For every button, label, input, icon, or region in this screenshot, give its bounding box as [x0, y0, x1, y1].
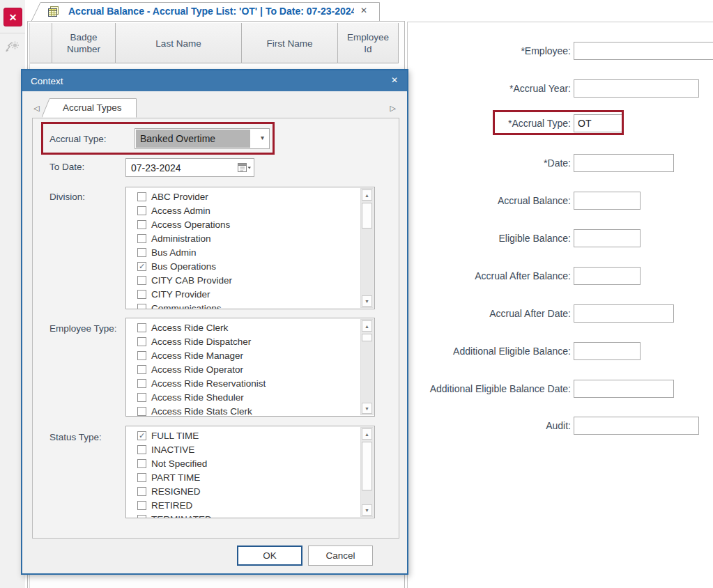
grid-column-header[interactable] [29, 23, 52, 63]
form-field-input[interactable] [574, 267, 641, 285]
checkbox[interactable] [137, 393, 146, 402]
checkbox-list-item[interactable]: Bus Admin [126, 245, 374, 259]
checkbox-list-item[interactable]: INACTIVE [126, 442, 374, 456]
document-tab[interactable]: Accrual Balance - Accrual Type List: 'OT… [31, 1, 381, 22]
checkbox[interactable] [137, 407, 146, 416]
form-field-input[interactable] [574, 304, 674, 323]
checkbox[interactable] [137, 304, 146, 310]
checkbox-list-item[interactable]: Access Ride Dispatcher [126, 334, 374, 348]
tab-accrual-types[interactable]: Accrual Types [42, 98, 137, 118]
checkbox-label: CITY Provider [151, 289, 210, 300]
form-field-input[interactable] [574, 192, 641, 210]
checkbox[interactable] [137, 276, 146, 285]
grid-column-header[interactable]: Last Name [116, 23, 242, 63]
scrollbar-thumb[interactable] [362, 442, 372, 490]
scroll-down-icon[interactable]: ▼ [362, 403, 372, 414]
checkbox-list-item[interactable]: Access Ride Sheduler [126, 390, 374, 404]
checkbox-label: Access Operations [151, 219, 230, 230]
checkbox[interactable] [137, 473, 146, 482]
checkbox-label: PART TIME [151, 472, 200, 483]
checkbox-list-item[interactable]: PART TIME [126, 470, 374, 484]
form-field-label: Accrual Balance: [408, 192, 571, 210]
checkbox[interactable] [137, 501, 146, 510]
grid-column-header[interactable]: First Name [242, 23, 338, 63]
checkbox-list-item[interactable]: ✓ Bus Operations [126, 259, 374, 273]
scroll-up-icon[interactable]: ▲ [362, 189, 372, 201]
checkbox-list-item[interactable]: Access Ride Stats Clerk [126, 404, 374, 417]
form-field-input[interactable] [574, 342, 641, 360]
grid-column-header[interactable]: Badge Number [52, 23, 116, 63]
scrollbar[interactable]: ▲▼ [360, 188, 374, 308]
form-field-input[interactable] [574, 79, 699, 98]
calendar-picker-icon[interactable] [238, 162, 252, 175]
to-date-input[interactable]: 07-23-2024 [125, 158, 254, 177]
checkbox-list-item[interactable]: Administration [126, 231, 374, 245]
form-row: Additional Eligible Balance Date: [408, 380, 713, 398]
ok-button[interactable]: OK [237, 546, 302, 566]
checkbox-list-item[interactable]: TERMINATED [126, 512, 374, 518]
checkbox-list-item[interactable]: Communications [126, 301, 374, 309]
checkbox-list-item[interactable]: RESIGNED [126, 484, 374, 498]
checkbox-list-item[interactable]: Not Specified [126, 456, 374, 470]
checkbox-list-item[interactable]: CITY Provider [126, 287, 374, 301]
checkbox-list-item[interactable]: RETIRED [126, 498, 374, 512]
form-field-input[interactable] [574, 229, 641, 247]
scroll-down-icon[interactable]: ▼ [362, 295, 372, 307]
scrollbar-thumb[interactable] [362, 334, 372, 341]
checkbox[interactable] [137, 337, 146, 346]
checkbox-list-item[interactable]: Access Ride Clerk [126, 320, 374, 334]
checkbox-list-item[interactable]: Access Admin [126, 203, 374, 217]
checkbox[interactable]: ✓ [137, 431, 146, 440]
checkbox[interactable] [137, 206, 146, 215]
checkbox[interactable] [137, 220, 146, 229]
tab-scroll-left-icon[interactable]: ◁ [33, 103, 39, 113]
checkbox[interactable] [137, 248, 146, 257]
checkbox-list-item[interactable]: CITY CAB Provider [126, 273, 374, 287]
checkbox[interactable] [137, 351, 146, 360]
tab-scroll-right-icon[interactable]: ▷ [390, 103, 396, 113]
checkbox[interactable] [137, 234, 146, 243]
tab-close-icon[interactable]: ✕ [360, 6, 367, 15]
checkbox[interactable] [137, 445, 146, 454]
spreadsheet-icon [47, 6, 59, 17]
checkbox-list-item[interactable]: Access Ride Manager [126, 348, 374, 362]
checkbox-list-item[interactable]: Access Ride Operator [126, 362, 374, 376]
close-app-button[interactable]: ✕ [3, 8, 22, 26]
scroll-up-icon[interactable]: ▲ [362, 320, 372, 332]
form-field-input[interactable] [574, 380, 674, 398]
grid-column-header[interactable]: Employee Id [338, 23, 399, 63]
dialog-close-icon[interactable]: ✕ [391, 75, 398, 85]
dialog-titlebar[interactable]: Context ✕ [22, 70, 407, 91]
chevron-down-icon[interactable]: ▾ [261, 134, 264, 141]
scrollbar-thumb[interactable] [362, 203, 372, 229]
checkbox-list-item[interactable]: ✓ FULL TIME [126, 428, 374, 442]
scroll-down-icon[interactable]: ▼ [362, 504, 372, 516]
checkbox[interactable] [137, 459, 146, 468]
form-field-input[interactable] [574, 114, 624, 132]
accrual-type-dropdown[interactable]: Banked Overtime ▾ [135, 128, 270, 149]
scrollbar[interactable]: ▲▼ [360, 427, 374, 517]
form-field-input[interactable] [574, 154, 674, 172]
form-field-input[interactable] [574, 417, 699, 435]
spotlight-icon[interactable] [4, 37, 21, 54]
checkbox[interactable] [137, 515, 146, 519]
form-row: Eligible Balance: [408, 229, 713, 247]
checkbox-label: CITY CAB Provider [151, 275, 232, 286]
checkbox[interactable]: ✓ [137, 262, 146, 271]
checkbox[interactable] [137, 379, 146, 388]
cancel-button[interactable]: Cancel [308, 546, 373, 566]
scrollbar[interactable]: ▲▼ [360, 319, 374, 415]
division-label: Division: [49, 192, 85, 202]
checkbox[interactable] [137, 192, 146, 201]
division-listbox: ABC Provider Access Admin Access Operati… [125, 187, 375, 309]
scroll-up-icon[interactable]: ▲ [362, 428, 372, 440]
checkbox[interactable] [137, 290, 146, 299]
checkbox-list-item[interactable]: Access Operations [126, 217, 374, 231]
checkbox[interactable] [137, 323, 146, 332]
checkbox-list-item[interactable]: ABC Provider [126, 189, 374, 203]
checkbox[interactable] [137, 487, 146, 496]
form-field-input[interactable] [574, 42, 713, 60]
form-field-label: *Employee: [408, 42, 571, 60]
checkbox-list-item[interactable]: Access Ride Reservationist [126, 376, 374, 390]
checkbox[interactable] [137, 365, 146, 374]
